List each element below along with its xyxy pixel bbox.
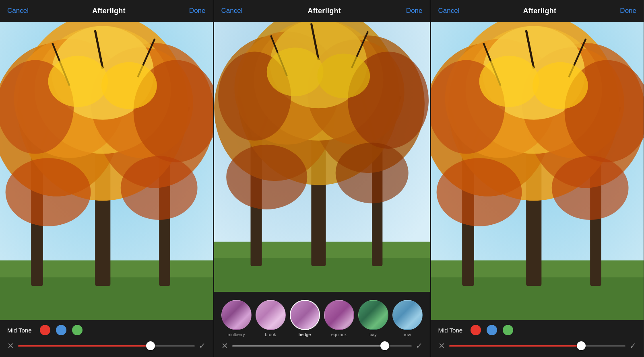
image-area-3 <box>431 22 644 320</box>
slider-row-1: ✕ ✓ <box>7 339 206 353</box>
slider-cancel-1[interactable]: ✕ <box>7 341 14 351</box>
slider-thumb-3[interactable] <box>577 341 586 350</box>
slider-thumb-2[interactable] <box>380 341 389 350</box>
slider-track-1[interactable] <box>18 345 195 347</box>
done-button-3[interactable]: Done <box>620 7 636 15</box>
bottom-controls-2: mulberry brook hedge equinox bay row <box>214 292 430 357</box>
svg-point-86 <box>533 62 588 109</box>
cancel-button-3[interactable]: Cancel <box>438 7 460 15</box>
top-bar-2: Cancel Afterlight Done <box>214 0 430 22</box>
filter-label-hedge: hedge <box>299 332 311 337</box>
slider-cancel-2[interactable]: ✕ <box>221 341 228 351</box>
panel-2: Cancel Afterlight Done <box>214 0 430 357</box>
filter-thumb-bay <box>358 300 388 330</box>
slider-fill-1 <box>18 345 151 347</box>
svg-point-28 <box>101 62 157 109</box>
done-button-1[interactable]: Done <box>189 7 206 15</box>
slider-cancel-3[interactable]: ✕ <box>438 341 445 351</box>
filter-label-brook: brook <box>265 332 276 337</box>
blue-dot-3[interactable] <box>487 325 497 335</box>
filter-row[interactable]: row <box>392 300 423 337</box>
app-title-1: Afterlight <box>92 7 126 15</box>
panel-1: Cancel Afterlight Done <box>0 0 213 357</box>
green-dot-3[interactable] <box>503 325 513 335</box>
panel-3: Cancel Afterlight Done <box>431 0 644 357</box>
slider-track-3[interactable] <box>449 345 626 347</box>
filter-brook[interactable]: brook <box>256 300 286 337</box>
red-dot-1[interactable] <box>40 325 50 335</box>
top-bar-1: Cancel Afterlight Done <box>0 0 213 22</box>
filter-strip: mulberry brook hedge equinox bay row <box>221 297 423 339</box>
svg-point-26 <box>121 156 198 220</box>
svg-point-25 <box>6 158 91 226</box>
filter-thumb-mulberry <box>221 300 252 330</box>
midtone-label-3: Mid Tone <box>438 327 463 334</box>
bottom-controls-1: Mid Tone ✕ ✓ <box>0 320 213 357</box>
svg-point-54 <box>226 145 307 209</box>
filter-label-equinox: equinox <box>331 332 347 337</box>
slider-row-3: ✕ ✓ <box>438 339 637 353</box>
slider-fill-3 <box>449 345 582 347</box>
midtone-row-1: Mid Tone <box>7 325 206 335</box>
image-area-1 <box>0 22 213 320</box>
filter-bay[interactable]: bay <box>358 300 388 337</box>
green-dot-1[interactable] <box>72 325 83 335</box>
slider-confirm-3[interactable]: ✓ <box>630 341 636 351</box>
svg-point-55 <box>335 143 408 203</box>
filter-thumb-row <box>392 300 423 330</box>
cancel-button-2[interactable]: Cancel <box>221 7 243 15</box>
filter-label-row: row <box>404 332 411 337</box>
midtone-row-3: Mid Tone <box>438 325 637 335</box>
cancel-button-1[interactable]: Cancel <box>7 7 29 15</box>
slider-thumb-1[interactable] <box>146 341 155 350</box>
red-dot-3[interactable] <box>471 325 481 335</box>
slider-fill-2 <box>232 345 385 347</box>
slider-confirm-1[interactable]: ✓ <box>199 341 206 351</box>
svg-point-57 <box>317 54 370 98</box>
slider-track-2[interactable] <box>232 345 412 347</box>
midtone-label-1: Mid Tone <box>7 327 32 334</box>
svg-point-56 <box>266 47 323 96</box>
app-title-2: Afterlight <box>308 7 341 15</box>
svg-point-83 <box>436 158 522 226</box>
svg-point-85 <box>479 56 539 107</box>
filter-mulberry[interactable]: mulberry <box>221 300 252 337</box>
slider-confirm-2[interactable]: ✓ <box>416 341 423 351</box>
filter-thumb-hedge <box>290 300 320 330</box>
filter-label-bay: bay <box>369 332 377 337</box>
bottom-controls-3: Mid Tone ✕ ✓ <box>431 320 644 357</box>
slider-row-2: ✕ ✓ <box>221 339 423 353</box>
filter-equinox[interactable]: equinox <box>324 300 354 337</box>
filter-label-mulberry: mulberry <box>228 332 245 337</box>
done-button-2[interactable]: Done <box>406 7 423 15</box>
filter-hedge[interactable]: hedge <box>290 300 320 337</box>
svg-point-84 <box>551 156 628 220</box>
svg-point-27 <box>48 56 108 107</box>
filter-thumb-equinox <box>324 300 354 330</box>
blue-dot-1[interactable] <box>56 325 66 335</box>
filter-thumb-brook <box>256 300 286 330</box>
image-area-2 <box>214 22 430 292</box>
top-bar-3: Cancel Afterlight Done <box>431 0 644 22</box>
app-title-3: Afterlight <box>523 7 556 15</box>
